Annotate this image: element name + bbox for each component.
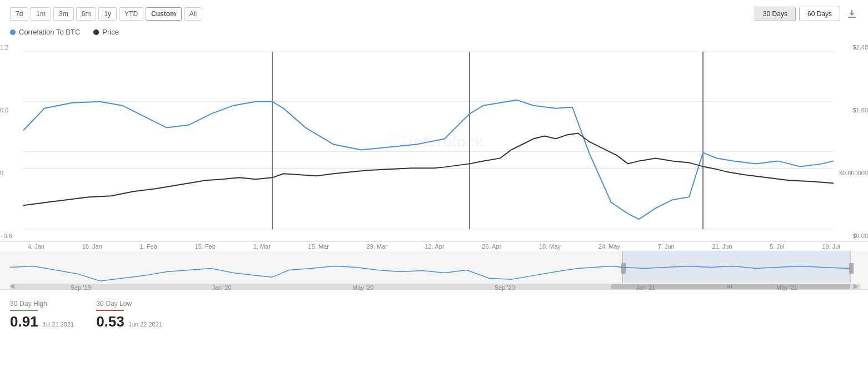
range-60-days[interactable]: 60 Days [799,7,840,21]
filter-6m[interactable]: 6m [76,7,97,21]
correlation-dot [10,29,16,35]
y-label-mid1: 0.6 [0,107,22,113]
x-label-13: 5. Jul [770,243,784,250]
x-label-7: 12. Apr [425,243,445,250]
nav-label-2: May '20 [352,284,373,291]
filter-custom[interactable]: Custom [146,7,182,21]
top-bar: 7d 1m 3m 6m 1y YTD Custom All 30 Days 60… [0,0,868,24]
stat-low-label: 30-Day Low [96,300,162,308]
stat-low-underline [96,310,124,311]
stat-high-underline [10,310,38,311]
stats-area: 30-Day High 0.91 Jul 21 2021 30-Day Low … [0,290,868,336]
chart-svg [0,42,868,241]
nav-label-3: Sep '20 [495,284,515,291]
x-label-9: 10. May [539,243,561,250]
y-right-top: $2.40 [835,44,868,51]
x-label-12: 21. Jun [712,243,732,250]
y-right-bot: $0.00 [835,233,868,239]
stat-high-label: 30-Day High [10,300,74,308]
y-label-top: 1.2 [0,44,22,51]
time-filter-group: 7d 1m 3m 6m 1y YTD Custom All [10,7,202,21]
stat-high-value: 0.91 [10,313,38,330]
price-label: Price [102,28,119,36]
legend-correlation: Correlation To BTC [10,28,80,36]
stat-high: 30-Day High 0.91 Jul 21 2021 [10,300,74,330]
price-dot [93,29,99,35]
filter-3m[interactable]: 3m [53,7,74,21]
stat-low-date: Jun 22 2021 [128,321,162,328]
range-30-days[interactable]: 30 Days [755,7,796,21]
x-label-1: 18. Jan [82,243,102,250]
stat-low-value: 0.53 [96,313,124,330]
stat-low: 30-Day Low 0.53 Jun 22 2021 [96,300,162,330]
navigator-area: Sep '19 Jan '20 May '20 Sep '20 Jan '21 … [0,251,868,290]
y-label-bot: −0.6 [0,233,22,239]
x-label-11: 7. Jun [658,243,675,250]
x-label-3: 15. Feb [195,243,216,250]
filter-ytd[interactable]: YTD [119,7,143,21]
navigator-svg [0,251,868,289]
x-label-14: 19. Jul [822,243,840,250]
main-chart-area: interblock 1.2 0.6 0 −0.6 $2.40 $1.60 $0… [0,42,868,242]
x-axis-labels: 4. Jan 18. Jan 1. Feb 15. Feb 1. Mar 15.… [0,242,868,251]
x-label-10: 24. May [598,243,620,250]
nav-label-1: Jan '20 [212,284,231,291]
correlation-label: Correlation To BTC [19,28,80,36]
x-label-8: 26. Apr [482,243,501,250]
filter-1y[interactable]: 1y [98,7,117,21]
chart-legend: Correlation To BTC Price [0,24,868,42]
y-right-mid1: $1.60 [835,107,868,113]
nav-label-4: Jan '21 [636,284,655,291]
x-label-2: 1. Feb [140,243,157,250]
svg-rect-0 [848,17,856,18]
filter-1m[interactable]: 1m [31,7,51,21]
x-label-6: 29. Mar [367,243,387,250]
y-axis-right: $2.40 $1.60 $0.800000 $0.00 [835,42,868,241]
filter-7d[interactable]: 7d [10,7,28,21]
stat-high-date: Jul 21 2021 [42,321,74,328]
x-label-0: 4. Jan [28,243,44,250]
x-label-5: 15. Mar [308,243,329,250]
download-icon[interactable] [846,8,858,20]
nav-label-5: May '21 [776,284,797,291]
nav-label-0: Sep '19 [71,284,91,291]
filter-all[interactable]: All [184,7,202,21]
legend-price: Price [93,28,119,36]
y-right-mid2: $0.800000 [835,170,868,176]
svg-rect-14 [621,263,626,274]
x-label-4: 1. Mar [253,243,271,250]
range-filter-group: 30 Days 60 Days [755,7,840,21]
y-label-mid2: 0 [0,170,22,176]
y-axis-left: 1.2 0.6 0 −0.6 [0,42,22,241]
